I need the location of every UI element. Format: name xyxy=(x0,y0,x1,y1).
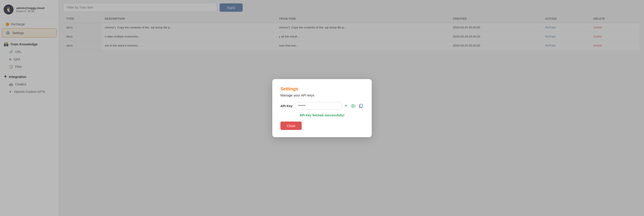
show-key-button[interactable] xyxy=(350,104,356,108)
modal-overlay: Settings Manage your API keys API Key: +… xyxy=(0,0,644,216)
svg-point-1 xyxy=(352,105,354,107)
api-key-label: API Key: xyxy=(280,104,294,108)
close-button[interactable]: Close xyxy=(280,122,302,130)
settings-modal: Settings Manage your API keys API Key: +… xyxy=(272,79,372,137)
modal-title: Settings xyxy=(280,86,364,92)
svg-point-0 xyxy=(351,104,355,107)
copy-key-button[interactable] xyxy=(358,103,364,109)
svg-rect-3 xyxy=(360,104,362,107)
modal-subtitle: Manage your API keys xyxy=(280,93,364,97)
api-key-row: API Key: + xyxy=(280,102,364,110)
api-key-input[interactable] xyxy=(295,102,342,110)
success-message: API Key fetched successfully! xyxy=(280,114,364,117)
add-key-button[interactable]: + xyxy=(344,102,348,109)
